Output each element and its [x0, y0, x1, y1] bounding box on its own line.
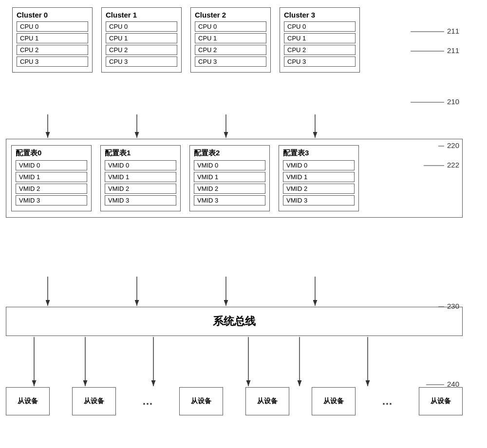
ref-label-211a: 211 [447, 27, 459, 35]
slave-dots-6: … [378, 395, 396, 408]
config-2-vmid-3: VMID 3 [194, 195, 265, 205]
cluster-title-0: Cluster 0 [17, 11, 88, 19]
config-box-1: 配置表1VMID 0VMID 1VMID 2VMID 3 [100, 145, 181, 211]
cluster-2-cpu-1: CPU 1 [195, 33, 266, 43]
cluster-box-2: Cluster 2CPU 0CPU 1CPU 2CPU 3 [190, 7, 271, 73]
config-title-0: 配置表0 [16, 149, 87, 158]
cluster-title-3: Cluster 3 [284, 11, 356, 19]
slave-box-1: 从设备 [72, 387, 116, 415]
cluster-1-cpu-0: CPU 0 [106, 21, 177, 32]
cluster-3-cpu-2: CPU 2 [284, 45, 356, 55]
clusters-row: Cluster 0CPU 0CPU 1CPU 2CPU 3Cluster 1CP… [12, 7, 360, 73]
config-0-vmid-2: VMID 2 [16, 184, 87, 194]
cluster-3-cpu-3: CPU 3 [284, 56, 356, 67]
slave-box-0: 从设备 [6, 387, 50, 415]
config-1-vmid-1: VMID 1 [105, 172, 176, 182]
cluster-1-cpu-2: CPU 2 [106, 45, 177, 55]
config-title-2: 配置表2 [194, 149, 265, 158]
cluster-2-cpu-2: CPU 2 [195, 45, 266, 55]
slave-box-5: 从设备 [312, 387, 356, 415]
config-2-vmid-1: VMID 1 [194, 172, 265, 182]
cluster-2-cpu-3: CPU 3 [195, 56, 266, 67]
config-3-vmid-0: VMID 0 [283, 160, 355, 170]
cluster-box-3: Cluster 3CPU 0CPU 1CPU 2CPU 3 [280, 7, 360, 73]
cluster-0-cpu-3: CPU 3 [17, 56, 88, 67]
cluster-3-cpu-0: CPU 0 [284, 21, 356, 32]
config-1-vmid-0: VMID 0 [105, 160, 176, 170]
config-0-vmid-0: VMID 0 [16, 160, 87, 170]
ref-label-230: 230 [447, 302, 459, 310]
config-title-3: 配置表3 [283, 149, 355, 158]
slave-box-4: 从设备 [245, 387, 289, 415]
config-title-1: 配置表1 [105, 149, 176, 158]
cluster-1-cpu-3: CPU 3 [106, 56, 177, 67]
cluster-2-cpu-0: CPU 0 [195, 21, 266, 32]
config-1-vmid-2: VMID 2 [105, 184, 176, 194]
slave-dots-2: … [138, 395, 157, 408]
config-2-vmid-2: VMID 2 [194, 184, 265, 194]
cluster-0-cpu-0: CPU 0 [17, 21, 88, 32]
cluster-0-cpu-1: CPU 1 [17, 33, 88, 43]
cluster-title-1: Cluster 1 [106, 11, 177, 19]
config-box-2: 配置表2VMID 0VMID 1VMID 2VMID 3 [189, 145, 270, 211]
config-row: 配置表0VMID 0VMID 1VMID 2VMID 3配置表1VMID 0VM… [11, 145, 457, 211]
ref-label-222: 222 [447, 161, 459, 169]
config-0-vmid-3: VMID 3 [16, 195, 87, 205]
config-outer-box: 配置表0VMID 0VMID 1VMID 2VMID 3配置表1VMID 0VM… [6, 139, 463, 218]
ref-label-240: 240 [447, 380, 459, 388]
ref-label-210: 210 [447, 97, 459, 106]
cluster-box-0: Cluster 0CPU 0CPU 1CPU 2CPU 3 [12, 7, 93, 73]
ref-label-220: 220 [447, 141, 459, 149]
config-3-vmid-3: VMID 3 [283, 195, 355, 205]
slaves-row: 从设备从设备…从设备从设备从设备…从设备 [6, 387, 463, 415]
config-0-vmid-1: VMID 1 [16, 172, 87, 182]
slave-box-3: 从设备 [179, 387, 223, 415]
cluster-3-cpu-1: CPU 1 [284, 33, 356, 43]
system-bus-box: 系统总线 [6, 307, 463, 336]
config-3-vmid-2: VMID 2 [283, 184, 355, 194]
ref-label-211b: 211 [447, 46, 459, 55]
config-1-vmid-3: VMID 3 [105, 195, 176, 205]
config-box-0: 配置表0VMID 0VMID 1VMID 2VMID 3 [11, 145, 92, 211]
system-bus-label: 系统总线 [213, 314, 256, 329]
diagram: Cluster 0CPU 0CPU 1CPU 2CPU 3Cluster 1CP… [0, 0, 487, 448]
cluster-title-2: Cluster 2 [195, 11, 266, 19]
config-3-vmid-1: VMID 1 [283, 172, 355, 182]
cluster-0-cpu-2: CPU 2 [17, 45, 88, 55]
config-box-3: 配置表3VMID 0VMID 1VMID 2VMID 3 [279, 145, 359, 211]
cluster-box-1: Cluster 1CPU 0CPU 1CPU 2CPU 3 [101, 7, 182, 73]
cluster-1-cpu-1: CPU 1 [106, 33, 177, 43]
config-2-vmid-0: VMID 0 [194, 160, 265, 170]
slave-box-7: 从设备 [419, 387, 463, 415]
